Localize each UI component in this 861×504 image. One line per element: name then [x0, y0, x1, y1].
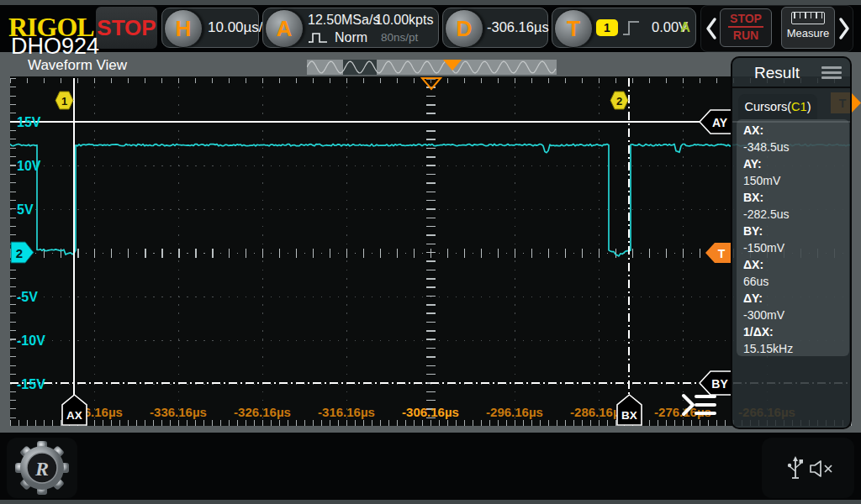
- top-bar: RIGOL STOP H 10.00µs/ A 12.50MSa/s Norm …: [0, 5, 861, 52]
- result-row-label: AX:: [743, 122, 849, 139]
- trigger-source-badge[interactable]: 1: [596, 19, 618, 36]
- system-menu-button[interactable]: R: [7, 438, 77, 498]
- oscilloscope-screen: RIGOL STOP H 10.00µs/ A 12.50MSa/s Norm …: [0, 0, 861, 504]
- cursor-AX-line[interactable]: [73, 78, 75, 395]
- svg-text:2: 2: [16, 246, 23, 260]
- volt-label: -5V: [17, 290, 38, 305]
- delay-position-icon[interactable]: [420, 77, 442, 91]
- volt-label: 10V: [17, 159, 40, 174]
- stop-run-button[interactable]: STOP RUN: [720, 8, 772, 47]
- horizontal-scale: 10.00µs/: [208, 19, 263, 36]
- model-name: DHO924: [11, 34, 99, 60]
- result-row-label: ΔY:: [743, 290, 849, 307]
- quick-toolbar: STOP RUN Measure: [700, 5, 853, 52]
- volt-label: -15V: [17, 377, 45, 392]
- cursors-result-values: AX: -348.5us AY: 150mV BX: -282.5us BY: …: [737, 119, 849, 356]
- svg-text:AY: AY: [712, 116, 728, 129]
- window-frame-bottom: [0, 426, 861, 433]
- svg-text:R: R: [34, 458, 49, 480]
- delay-group[interactable]: D -306.16µs: [442, 8, 548, 48]
- acquire-knob[interactable]: A: [265, 9, 304, 48]
- result-row-label: AY:: [743, 155, 849, 172]
- result-row-label: BY:: [743, 223, 849, 239]
- result-header: Result: [732, 58, 850, 88]
- measure-label: Measure: [782, 27, 834, 39]
- waveform-view-tab[interactable]: Waveform View: [28, 57, 127, 74]
- measure-button[interactable]: Measure: [781, 7, 835, 49]
- ruler-icon: [791, 12, 825, 24]
- result-panel: Result Cursors(C1) AX: -348.5us AY: 150m…: [731, 56, 852, 429]
- acquire-mode: Norm: [335, 30, 367, 45]
- cursor-BX-line[interactable]: [628, 78, 630, 395]
- cursor-handle-1[interactable]: 1: [55, 91, 74, 110]
- result-row-label: BX:: [743, 189, 849, 206]
- ch2-position-marker[interactable]: 2: [10, 241, 34, 264]
- stop-label: STOP: [721, 12, 771, 25]
- volt-label: 15V: [17, 115, 40, 130]
- result-row-value: -150mV: [743, 239, 849, 256]
- result-row-value: 66us: [743, 273, 849, 290]
- horizontal-knob[interactable]: H: [164, 9, 203, 48]
- svg-text:BX: BX: [621, 409, 637, 422]
- cursor-AX-label: AX: [61, 394, 87, 426]
- status-tray: [762, 438, 854, 498]
- cursor-handle-2[interactable]: 2: [610, 91, 629, 110]
- waveform-graticule[interactable]: 15V 10V 5V -5V -10V -15V -346.16µs -336.…: [10, 76, 852, 426]
- cursors-tab-text: Cursors(: [745, 100, 792, 113]
- result-row-value: 150mV: [743, 172, 849, 189]
- sample-rate: 12.50MSa/s: [308, 13, 379, 28]
- trigger-status: A: [680, 19, 690, 35]
- memory-depth: 10.00kpts: [375, 13, 433, 28]
- result-title: Result: [732, 64, 821, 82]
- expand-menu-icon[interactable]: [681, 393, 718, 417]
- time-per-point: 80ns/pt: [381, 31, 418, 44]
- trigger-slope-icon: [621, 18, 642, 38]
- volt-label: -10V: [17, 333, 45, 349]
- svg-text:T: T: [718, 247, 726, 260]
- result-row-value: -348.5us: [743, 139, 849, 155]
- svg-text:1: 1: [61, 95, 67, 108]
- cursors-result-tab[interactable]: Cursors(C1): [738, 94, 817, 119]
- delay-value: -306.16µs: [487, 19, 549, 35]
- bezel-bottom: [0, 500, 861, 504]
- cursor-BX-label: BX: [616, 394, 642, 426]
- result-row-label: 1/ΔX:: [743, 323, 849, 340]
- volt-label: 5V: [17, 202, 34, 218]
- rigol-gear-icon: R: [15, 441, 69, 495]
- pulse-icon: [308, 30, 331, 45]
- toolbar-next-icon[interactable]: [837, 17, 851, 40]
- run-state-button[interactable]: STOP: [96, 7, 157, 49]
- result-menu-icon[interactable]: [821, 66, 842, 81]
- trigger-group[interactable]: T 1 0.00V A: [552, 8, 696, 48]
- sound-muted-icon[interactable]: [809, 459, 834, 478]
- cursors-tab-source: C1: [791, 100, 807, 113]
- result-row-label: ΔX:: [743, 256, 849, 273]
- trigger-knob[interactable]: T: [554, 9, 593, 48]
- svg-text:AX: AX: [66, 409, 82, 422]
- result-row-value: 15.15kHz: [743, 340, 849, 357]
- window-frame-left: [0, 76, 10, 433]
- usb-icon[interactable]: [787, 456, 804, 481]
- cursor-AY-label: AY: [699, 109, 732, 134]
- stop-run-divider: [728, 26, 763, 28]
- run-label: RUN: [721, 29, 771, 42]
- cursors-tab-text: ): [807, 100, 811, 113]
- svg-text:2: 2: [616, 95, 622, 108]
- delay-knob[interactable]: D: [445, 9, 483, 48]
- record-overview-strip[interactable]: [307, 60, 557, 75]
- toolbar-prev-icon[interactable]: [705, 17, 718, 40]
- horizontal-group[interactable]: H 10.00µs/: [161, 8, 259, 48]
- trigger-level-marker[interactable]: T: [705, 242, 732, 264]
- result-row-value: -282.5us: [743, 206, 849, 223]
- svg-text:BY: BY: [711, 377, 728, 391]
- result-row-value: -300mV: [743, 307, 849, 323]
- acquire-group[interactable]: A 12.50MSa/s Norm 10.00kpts 80ns/pt: [262, 8, 439, 48]
- cursor-BY-label: BY: [699, 370, 732, 396]
- bottom-bar: R 1 50.00mV/ 0.00V 2 5.00V/ 0.00V 3 50.0…: [0, 433, 861, 500]
